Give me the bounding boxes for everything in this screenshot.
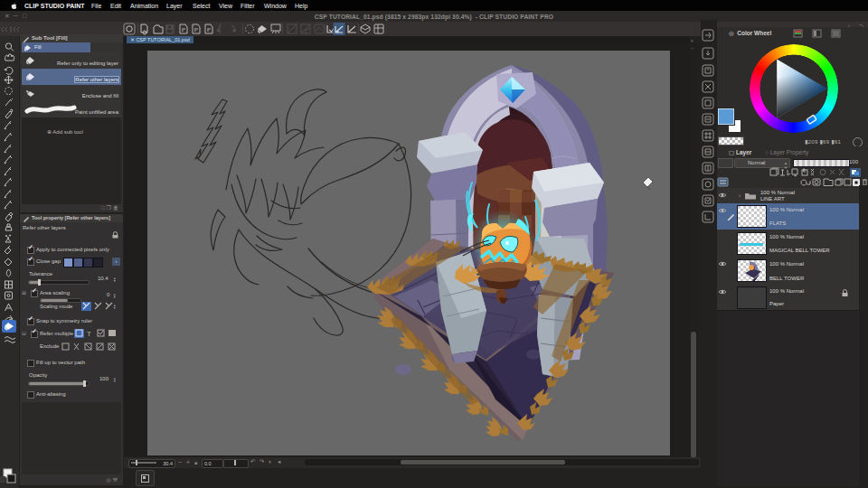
svg-text:T: T <box>87 330 91 338</box>
